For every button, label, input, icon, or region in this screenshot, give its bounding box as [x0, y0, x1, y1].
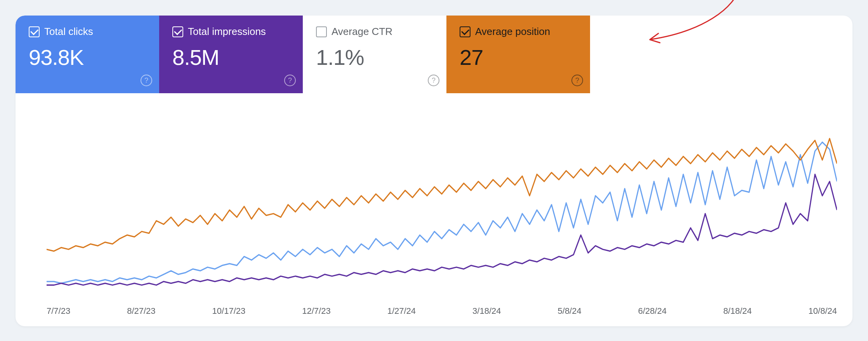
help-icon[interactable]: ? [571, 75, 583, 86]
metric-label: Average CTR [332, 26, 392, 38]
tab-total-impressions[interactable]: Total impressions 8.5M ? [159, 16, 303, 93]
metric-label: Average position [475, 26, 550, 38]
x-tick: 6/28/24 [638, 306, 667, 316]
tab-average-position[interactable]: Average position 27 ? [446, 16, 590, 93]
series-total-impressions [47, 174, 837, 285]
x-tick: 8/18/24 [723, 306, 752, 316]
x-tick: 3/18/24 [472, 306, 501, 316]
tab-average-ctr[interactable]: Average CTR 1.1% ? [303, 16, 446, 93]
x-tick: 12/7/23 [302, 306, 330, 316]
help-icon[interactable]: ? [428, 75, 439, 86]
checkbox-icon [316, 26, 327, 37]
x-tick: 10/8/24 [809, 306, 837, 316]
metric-label: Total impressions [188, 26, 266, 38]
metric-value: 1.1% [316, 45, 433, 70]
series-total-clicks [47, 142, 837, 283]
checkbox-icon [29, 26, 40, 37]
line-chart [47, 124, 837, 303]
metric-value: 8.5M [172, 45, 290, 70]
metric-tabs: Total clicks 93.8K ? Total impressions 8… [16, 16, 852, 93]
x-tick: 8/27/23 [127, 306, 155, 316]
x-tick: 5/8/24 [558, 306, 582, 316]
metric-value: 93.8K [29, 45, 146, 70]
checkbox-icon [460, 26, 470, 37]
x-axis-labels: 7/7/238/27/2310/17/2312/7/231/27/243/18/… [47, 306, 837, 316]
performance-card: Total clicks 93.8K ? Total impressions 8… [16, 16, 852, 326]
metric-label: Total clicks [44, 26, 93, 38]
metric-value: 27 [460, 45, 577, 70]
tab-total-clicks[interactable]: Total clicks 93.8K ? [16, 16, 159, 93]
x-tick: 1/27/24 [387, 306, 416, 316]
help-icon[interactable]: ? [141, 75, 152, 86]
x-tick: 7/7/23 [47, 306, 70, 316]
help-icon[interactable]: ? [284, 75, 296, 86]
checkbox-icon [172, 26, 183, 37]
x-tick: 10/17/23 [212, 306, 246, 316]
